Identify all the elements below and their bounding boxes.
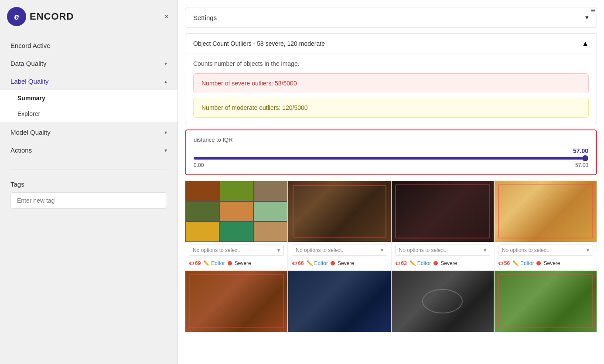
outlier-header: Object Count Outliers - 58 severe, 120 m… [185, 34, 597, 54]
logo-text: ENCORD [30, 11, 74, 22]
slider-fill [194, 157, 588, 160]
slider-track [194, 157, 588, 160]
logo-area: e ENCORD [7, 7, 74, 26]
sidebar-item-data-quality[interactable]: Data Quality ▾ [0, 54, 177, 72]
chevron-up-icon: ▴ [164, 78, 167, 85]
nav-section: Encord Active Data Quality ▾ Label Quali… [0, 33, 177, 163]
image-thumbnail-7[interactable] [392, 271, 494, 332]
tag-badge-2: 🏷 66 [292, 260, 304, 266]
chevron-up-icon: ▲ [582, 40, 589, 48]
image-grid-row1: No options to select. ▾ 🏷 69 ✏️ Editor S… [185, 180, 597, 270]
editor-link-2[interactable]: ✏️ Editor [307, 260, 328, 266]
card-controls-3: No options to select. ▾ [392, 242, 494, 259]
card-select-4[interactable]: No options to select. ▾ [498, 245, 593, 256]
moderate-alert: Number of moderate outliers: 120/5000 [193, 98, 589, 118]
editor-label: Editor [211, 260, 225, 266]
image-thumbnail-2[interactable] [288, 181, 390, 242]
card-select-1[interactable]: No options to select. ▾ [189, 245, 284, 256]
tags-section: Tags [0, 177, 177, 212]
sidebar-item-label: Data Quality [10, 60, 47, 67]
image-card-3: No options to select. ▾ 🏷 63 ✏️ Editor S… [391, 180, 494, 270]
editor-link-1[interactable]: ✏️ Editor [203, 260, 225, 266]
top-bar: ≡ [590, 6, 595, 15]
close-button[interactable]: × [162, 10, 171, 23]
tag-icon: 🏷 [498, 261, 503, 266]
mosaic-cell [185, 201, 219, 222]
sidebar-item-model-quality[interactable]: Model Quality ▾ [0, 123, 177, 141]
slider-labels: 0.00 57.00 [194, 162, 588, 168]
image-mosaic [185, 181, 287, 242]
sidebar-item-explorer[interactable]: Explorer [0, 106, 177, 122]
slider-thumb[interactable] [582, 155, 588, 161]
label-quality-subnav: Summary Explorer [0, 90, 177, 122]
mosaic-cell [185, 221, 219, 242]
select-label: No options to select. [502, 247, 549, 253]
sidebar-item-summary[interactable]: Summary [0, 90, 177, 106]
severity-label-1: Severe [235, 260, 251, 266]
sidebar-item-label: Encord Active [10, 42, 51, 49]
tag-badge-4: 🏷 56 [498, 260, 510, 266]
card-meta-2: 🏷 66 ✏️ Editor Severe [288, 259, 390, 270]
image-thumbnail-3[interactable] [392, 181, 494, 242]
image-card-4: No options to select. ▾ 🏷 56 ✏️ Editor S… [494, 180, 597, 270]
editor-link-4[interactable]: ✏️ Editor [512, 260, 534, 266]
filter-panel: distance to IQR 57.00 0.00 57.00 [185, 129, 597, 175]
image-thumbnail-4[interactable] [495, 181, 597, 242]
mosaic-cell [253, 201, 287, 222]
mosaic-cell [219, 221, 253, 242]
image-card-6 [288, 270, 391, 332]
sidebar-item-label-quality[interactable]: Label Quality ▴ [0, 72, 177, 90]
image-thumbnail-5[interactable] [185, 271, 287, 332]
tag-number: 56 [504, 260, 510, 266]
chevron-down-icon: ▾ [277, 247, 280, 253]
summary-label: Summary [17, 95, 45, 102]
sidebar-divider [10, 170, 167, 170]
explorer-label: Explorer [17, 110, 40, 117]
edit-icon: ✏️ [512, 260, 519, 266]
chevron-down-icon: ▾ [381, 247, 383, 253]
severity-dot-4 [536, 261, 541, 265]
mosaic-cell [185, 181, 219, 201]
select-label: No options to select. [296, 247, 343, 253]
tag-number: 66 [298, 260, 304, 266]
image-thumbnail-8[interactable] [495, 271, 597, 332]
image-card-8 [494, 270, 597, 332]
outlier-description: Counts number of objects in the image. [193, 60, 589, 67]
mosaic-cell [253, 221, 287, 242]
sidebar-item-label: Actions [10, 146, 32, 154]
edit-icon: ✏️ [409, 260, 416, 266]
tag-input[interactable] [10, 192, 167, 209]
image-card-1: No options to select. ▾ 🏷 69 ✏️ Editor S… [185, 180, 288, 270]
sidebar-header: e ENCORD × [0, 0, 177, 33]
editor-link-3[interactable]: ✏️ Editor [409, 260, 431, 266]
settings-label: Settings [193, 14, 217, 21]
settings-dropdown[interactable]: Settings ▾ [185, 7, 597, 27]
outlier-panel: Object Count Outliers - 58 severe, 120 m… [185, 33, 597, 124]
card-select-3[interactable]: No options to select. ▾ [395, 245, 490, 256]
image-thumbnail-6[interactable] [288, 271, 390, 332]
tags-label: Tags [10, 180, 167, 188]
mosaic-cell [219, 201, 253, 222]
chevron-down-icon: ▾ [164, 61, 167, 67]
sidebar-item-encord-active[interactable]: Encord Active [0, 37, 177, 54]
card-controls-4: No options to select. ▾ [495, 242, 597, 259]
image-thumbnail-1[interactable] [185, 181, 287, 242]
slider-max: 57.00 [575, 162, 588, 168]
select-label: No options to select. [399, 247, 447, 253]
card-meta-4: 🏷 56 ✏️ Editor Severe [495, 259, 597, 270]
image-card-7 [391, 270, 494, 332]
outlier-body: Counts number of objects in the image. N… [185, 54, 597, 124]
chevron-down-icon: ▾ [164, 147, 167, 153]
tag-icon: 🏷 [189, 261, 194, 266]
card-meta-1: 🏷 69 ✏️ Editor Severe [185, 259, 287, 270]
sidebar-item-actions[interactable]: Actions ▾ [0, 141, 177, 159]
tag-icon: 🏷 [395, 261, 400, 266]
editor-label: Editor [314, 260, 328, 266]
card-meta-3: 🏷 63 ✏️ Editor Severe [392, 259, 494, 270]
editor-label: Editor [417, 260, 431, 266]
card-select-2[interactable]: No options to select. ▾ [292, 245, 387, 256]
sidebar-item-label: Label Quality [10, 78, 49, 85]
menu-button[interactable]: ≡ [590, 6, 595, 15]
main-content: Settings ▾ Object Count Outliers - 58 se… [178, 0, 604, 364]
chevron-down-icon: ▾ [164, 129, 167, 136]
